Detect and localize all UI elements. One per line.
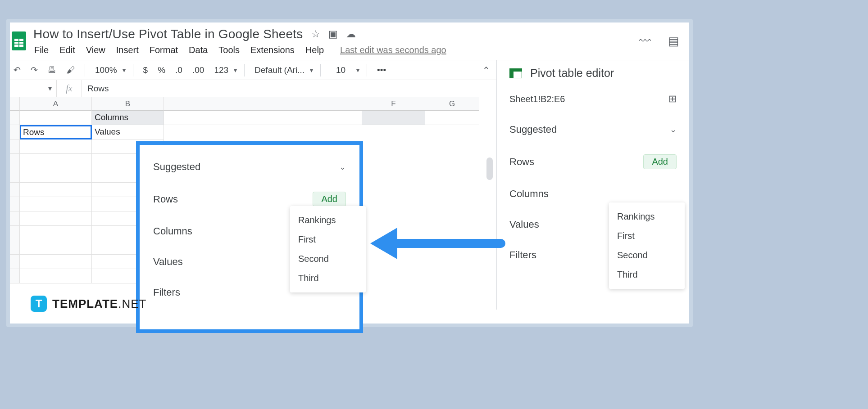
menu-data[interactable]: Data <box>189 45 208 55</box>
data-range-input[interactable]: Sheet1!B2:E6 <box>509 94 565 104</box>
cell[interactable] <box>20 269 92 283</box>
dropdown-item[interactable]: Third <box>290 269 366 288</box>
cell[interactable] <box>20 255 92 269</box>
percent-button[interactable]: % <box>155 63 168 77</box>
chevron-down-icon[interactable]: ▾ <box>356 67 359 74</box>
data-range-row: Sheet1!B2:E6 ⊞ <box>509 90 677 117</box>
column-header[interactable]: B <box>92 97 164 111</box>
paint-format-icon[interactable]: 🖌 <box>64 63 77 77</box>
dropdown-item[interactable]: First <box>290 230 366 249</box>
rows-label: Rows <box>153 193 178 205</box>
dropdown-item[interactable]: Second <box>609 246 685 265</box>
row-header[interactable] <box>10 255 20 269</box>
document-title[interactable]: How to Insert/Use Pivot Table in Google … <box>33 27 303 41</box>
chevron-down-icon[interactable]: ▾ <box>123 67 126 74</box>
zoom-select[interactable]: 100% <box>92 63 120 77</box>
annotation-arrow-icon <box>366 223 505 265</box>
dropdown-item[interactable]: Rankings <box>609 207 685 226</box>
collapse-toolbar-icon[interactable]: ⌃ <box>482 65 490 76</box>
chevron-down-icon[interactable]: ▾ <box>310 67 313 74</box>
watermark-text: TEMPLATE.NET <box>52 297 146 311</box>
sidebar-suggested[interactable]: Suggested ⌄ <box>509 117 677 147</box>
undo-icon[interactable]: ↶ <box>11 63 23 77</box>
toolbar-separator <box>367 64 367 76</box>
cell[interactable] <box>20 197 92 211</box>
print-icon[interactable]: 🖶 <box>45 63 59 77</box>
watermark-ext: .NET <box>118 297 146 310</box>
cell[interactable] <box>20 183 92 197</box>
move-icon[interactable]: ▣ <box>328 28 338 40</box>
menu-file[interactable]: File <box>34 45 49 55</box>
vertical-scrollbar[interactable] <box>486 157 493 180</box>
cell[interactable] <box>20 139 92 154</box>
menu-format[interactable]: Format <box>150 45 178 55</box>
row-header[interactable] <box>10 168 20 183</box>
add-rows-button[interactable]: Add <box>643 154 677 169</box>
column-header[interactable]: F <box>362 97 425 111</box>
column-header[interactable]: A <box>20 97 92 111</box>
number-format-button[interactable]: 123 <box>211 63 231 77</box>
dropdown-item[interactable]: Third <box>609 265 685 284</box>
cloud-status-icon[interactable]: ☁ <box>346 28 356 40</box>
more-toolbar-button[interactable]: ••• <box>374 63 389 77</box>
select-all-corner[interactable] <box>10 97 20 111</box>
increase-decimal-button[interactable]: .00 <box>190 63 207 77</box>
row-header[interactable] <box>10 183 20 197</box>
cell[interactable] <box>20 111 92 125</box>
row-header[interactable] <box>10 111 20 125</box>
cell[interactable]: Values <box>92 125 164 139</box>
menu-view[interactable]: View <box>86 45 105 55</box>
row-header[interactable] <box>10 240 20 255</box>
filters-label: Filters <box>509 249 536 261</box>
menu-insert[interactable]: Insert <box>116 45 139 55</box>
dropdown-item[interactable]: Second <box>290 249 366 269</box>
row-header[interactable] <box>10 226 20 240</box>
name-box[interactable]: ▾ <box>10 80 57 97</box>
columns-label: Columns <box>509 188 549 200</box>
row-header[interactable] <box>10 154 20 168</box>
cell[interactable] <box>20 168 92 183</box>
sheets-logo-icon[interactable] <box>11 30 27 51</box>
row-header[interactable] <box>10 197 20 211</box>
last-edit-link[interactable]: Last edit was seconds ago <box>340 45 446 55</box>
star-icon[interactable]: ☆ <box>311 28 320 40</box>
watermark: T TEMPLATE.NET <box>31 296 146 312</box>
cell[interactable] <box>164 111 362 125</box>
activity-icon[interactable]: 〰 <box>639 34 651 48</box>
column-header[interactable]: G <box>425 97 479 111</box>
dropdown-item[interactable]: Rankings <box>290 211 366 230</box>
cell[interactable] <box>20 240 92 255</box>
cell[interactable] <box>20 154 92 168</box>
chevron-down-icon[interactable]: ⌄ <box>670 125 677 135</box>
cell-pivot-header[interactable]: Columns <box>92 111 164 125</box>
currency-button[interactable]: $ <box>141 63 151 77</box>
formula-input[interactable]: Rows <box>82 84 109 94</box>
cell[interactable] <box>20 211 92 226</box>
menu-tools[interactable]: Tools <box>218 45 240 55</box>
cell-selected[interactable]: Rows <box>20 125 92 139</box>
cell[interactable] <box>425 111 479 125</box>
menu-extensions[interactable]: Extensions <box>250 45 295 55</box>
row-header[interactable] <box>10 211 20 226</box>
dropdown-item[interactable]: First <box>609 226 685 246</box>
cell-pivot-header[interactable] <box>362 111 425 125</box>
chevron-down-icon[interactable]: ⌄ <box>339 162 346 172</box>
cell[interactable] <box>20 226 92 240</box>
font-select[interactable]: Default (Ari... <box>252 63 307 77</box>
menu-help[interactable]: Help <box>305 45 324 55</box>
comment-icon[interactable]: ▤ <box>668 34 679 48</box>
font-size-select[interactable]: 10 <box>328 63 354 77</box>
callout-suggested[interactable]: Suggested ⌄ <box>153 157 346 185</box>
redo-icon[interactable]: ↷ <box>28 63 41 77</box>
row-header[interactable] <box>10 139 20 154</box>
decrease-decimal-button[interactable]: .0 <box>173 63 185 77</box>
add-rows-button[interactable]: Add <box>313 192 346 207</box>
row-header[interactable] <box>10 125 20 139</box>
chevron-down-icon[interactable]: ▾ <box>234 67 237 74</box>
rows-label: Rows <box>509 156 534 168</box>
menu-edit[interactable]: Edit <box>59 45 75 55</box>
row-header[interactable] <box>10 269 20 283</box>
header-right: 〰 ▤ <box>639 26 679 48</box>
select-range-icon[interactable]: ⊞ <box>668 93 677 105</box>
fx-icon: fx <box>57 80 82 97</box>
